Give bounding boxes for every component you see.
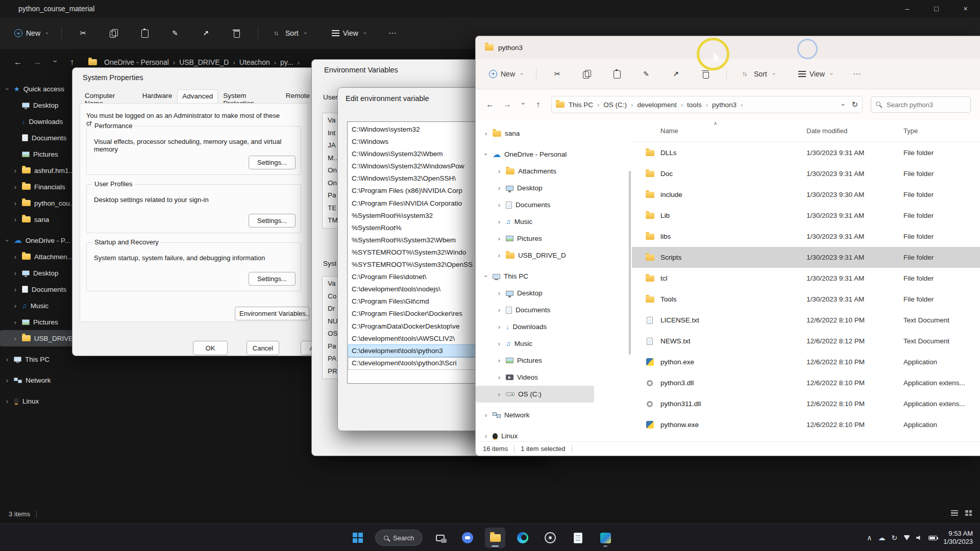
- chevron-icon[interactable]: [12, 254, 18, 260]
- sidebar-item[interactable]: Documents: [0, 281, 81, 297]
- tree-item[interactable]: USB_DRIVE_D: [476, 247, 632, 264]
- chevron-icon[interactable]: [496, 323, 502, 330]
- file-row[interactable]: tcl 1/30/2023 9:31 AM File folder: [632, 268, 980, 289]
- battery-icon[interactable]: [928, 536, 937, 540]
- sidebar-item[interactable]: Music: [0, 297, 81, 314]
- sidebar-item[interactable]: Pictures: [0, 314, 81, 330]
- sort-button[interactable]: Sort: [264, 23, 313, 43]
- rename-icon[interactable]: [169, 27, 181, 39]
- chevron-icon[interactable]: [12, 200, 18, 207]
- minimize-button[interactable]: –: [893, 0, 922, 17]
- chevron-icon[interactable]: [496, 290, 502, 296]
- rename-icon[interactable]: [640, 68, 652, 80]
- column-header-date-modified[interactable]: Date modified: [806, 127, 903, 135]
- breadcrumb-item[interactable]: tools: [685, 100, 704, 110]
- taskbar-app[interactable]: [457, 528, 478, 548]
- sidebar-item[interactable]: Downloads: [0, 113, 81, 130]
- file-row[interactable]: pythonw.exe 12/6/2022 8:10 PM Applicatio…: [632, 414, 980, 435]
- file-row[interactable]: Lib 1/30/2023 9:31 AM File folder: [632, 205, 980, 226]
- chevron-icon[interactable]: [496, 391, 502, 397]
- more-options-icon[interactable]: [851, 68, 863, 80]
- paste-icon[interactable]: [138, 27, 151, 39]
- tree-item[interactable]: Pictures: [476, 352, 632, 369]
- tree-item[interactable]: This PC: [476, 268, 632, 285]
- chevron-icon[interactable]: [12, 270, 18, 277]
- breadcrumb-item[interactable]: py...: [278, 57, 295, 67]
- tree-item[interactable]: OneDrive - Personal: [476, 146, 632, 163]
- recent-locations-icon[interactable]: [53, 58, 59, 67]
- file-row[interactable]: LICENSE.txt 12/6/2022 8:10 PM Text Docum…: [632, 310, 980, 331]
- chevron-icon[interactable]: [483, 412, 489, 418]
- chevron-icon[interactable]: [12, 216, 18, 223]
- chevron-icon[interactable]: [4, 398, 10, 405]
- tree-item[interactable]: Videos: [476, 369, 632, 386]
- settings-button[interactable]: Settings...: [249, 156, 296, 169]
- settings-button[interactable]: Settings...: [249, 214, 296, 228]
- chevron-icon[interactable]: [496, 202, 502, 208]
- forward-button[interactable]: →: [503, 100, 511, 109]
- chevron-icon[interactable]: [483, 130, 489, 137]
- sidebar-item[interactable]: Network: [0, 372, 81, 388]
- tree-item[interactable]: Attachments: [476, 163, 632, 180]
- chevron-icon[interactable]: [4, 356, 10, 363]
- sidebar-item[interactable]: ashruf.hm1...: [0, 162, 81, 179]
- chevron-icon[interactable]: [4, 86, 10, 92]
- sidebar-item[interactable]: Documents: [0, 130, 81, 146]
- view-button[interactable]: View: [793, 66, 840, 82]
- details-view-icon[interactable]: [951, 510, 958, 516]
- chevron-icon[interactable]: [12, 184, 18, 190]
- chevron-icon[interactable]: [496, 235, 502, 242]
- chevron-icon[interactable]: [4, 237, 10, 244]
- up-button[interactable]: ↑: [70, 58, 74, 67]
- taskbar-app[interactable]: [540, 528, 560, 548]
- up-button[interactable]: ↑: [536, 100, 540, 109]
- share-icon[interactable]: [670, 68, 682, 80]
- sidebar-item[interactable]: Quick access: [0, 81, 81, 97]
- file-row[interactable]: Scripts 1/30/2023 9:31 AM File folder: [632, 247, 980, 268]
- tree-item[interactable]: Pictures: [476, 230, 632, 247]
- taskbar-app[interactable]: [595, 528, 616, 548]
- paste-icon[interactable]: [610, 68, 623, 80]
- tree-item[interactable]: Desktop: [476, 285, 632, 302]
- file-row[interactable]: Tools 1/30/2023 9:31 AM File folder: [632, 289, 980, 310]
- back-button[interactable]: ←: [486, 100, 494, 109]
- breadcrumb-item[interactable]: OneDrive - Personal: [102, 57, 171, 67]
- chevron-icon[interactable]: [12, 319, 18, 325]
- breadcrumb-item[interactable]: Uteachon: [237, 57, 272, 67]
- chevron-icon[interactable]: [496, 374, 502, 381]
- file-row[interactable]: libs 1/30/2023 9:31 AM File folder: [632, 226, 980, 247]
- settings-button[interactable]: Settings...: [249, 272, 296, 286]
- chevron-icon[interactable]: [496, 252, 502, 259]
- address-dropdown-icon[interactable]: [840, 102, 846, 108]
- taskbar-app[interactable]: [430, 528, 450, 548]
- sidebar-item[interactable]: sana: [0, 211, 81, 228]
- tree-item[interactable]: Documents: [476, 196, 632, 213]
- more-options-icon[interactable]: [386, 27, 399, 39]
- sidebar-item[interactable]: Linux: [0, 393, 81, 409]
- taskbar-app[interactable]: [485, 528, 505, 548]
- sidebar-item[interactable]: Attachmen...: [0, 248, 81, 265]
- large-icons-view-icon[interactable]: [965, 510, 972, 516]
- chevron-icon[interactable]: [483, 151, 489, 158]
- view-button[interactable]: View: [327, 26, 373, 41]
- forward-button[interactable]: →: [33, 58, 41, 67]
- chevron-icon[interactable]: [483, 433, 489, 439]
- taskbar-app[interactable]: [512, 528, 533, 548]
- sidebar-item[interactable]: Financials: [0, 179, 81, 195]
- breadcrumb-item[interactable]: python3: [710, 100, 739, 110]
- copy-icon[interactable]: [108, 27, 120, 39]
- breadcrumb-item[interactable]: USB_DRIVE_D: [177, 57, 231, 67]
- delete-icon[interactable]: [230, 27, 242, 39]
- cut-icon[interactable]: [551, 68, 564, 80]
- chevron-icon[interactable]: [483, 273, 489, 280]
- tree-item[interactable]: Music: [476, 213, 632, 230]
- file-row[interactable]: python311.dll 12/6/2022 8:10 PM Applicat…: [632, 393, 980, 414]
- new-button[interactable]: + New: [9, 26, 55, 41]
- sidebar-item[interactable]: Desktop: [0, 97, 81, 113]
- chevron-icon[interactable]: [12, 335, 18, 342]
- taskbar-search[interactable]: Search: [375, 530, 423, 546]
- file-row[interactable]: NEWS.txt 12/6/2022 8:12 PM Text Document: [632, 331, 980, 352]
- chevron-icon[interactable]: [12, 286, 18, 293]
- tree-item[interactable]: Downloads: [476, 318, 632, 335]
- sidebar-item[interactable]: Pictures: [0, 146, 81, 162]
